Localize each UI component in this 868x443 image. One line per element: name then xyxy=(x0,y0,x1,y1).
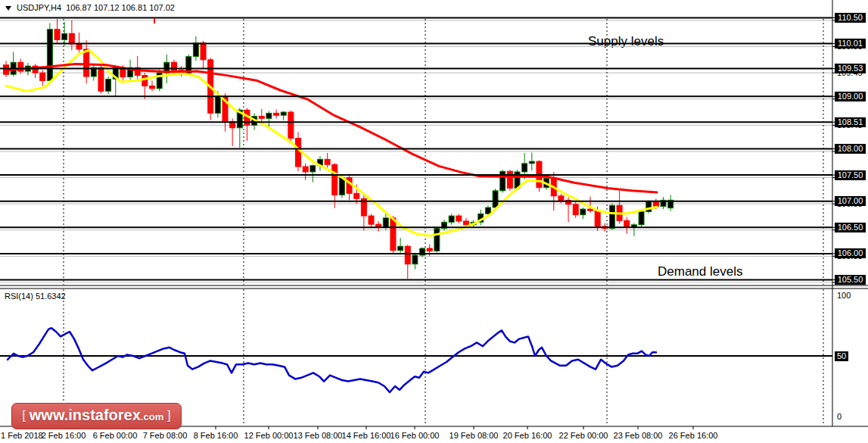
candle-body xyxy=(288,112,294,139)
time-label: 16 Feb 00:00 xyxy=(390,431,440,440)
candle-body xyxy=(463,221,468,225)
price-level-badge: 108.00 xyxy=(835,144,866,154)
candle-body xyxy=(588,209,593,211)
rsi-indicator-label: RSI(14) 51.6342 xyxy=(5,292,66,301)
candle-body xyxy=(215,96,220,113)
candle-body xyxy=(507,171,512,188)
time-label: 7 Feb 08:00 xyxy=(143,431,188,440)
price-level-badge: 109.00 xyxy=(835,92,866,101)
price-level-badge: 108.51 xyxy=(835,117,866,127)
candle-body xyxy=(354,193,359,198)
price-level-badge: 106.50 xyxy=(835,223,866,232)
candle-body xyxy=(653,201,658,207)
logo-text: www.instaforex xyxy=(30,407,141,423)
candle-body xyxy=(456,216,462,221)
candle-body xyxy=(493,191,498,207)
time-label: 2 Feb 16:00 xyxy=(42,431,86,440)
time-label: 19 Feb 08:00 xyxy=(450,431,499,440)
price-level-badge: 106.00 xyxy=(835,248,866,258)
candle-body xyxy=(201,43,206,60)
candle-body xyxy=(325,159,330,164)
candle-body xyxy=(624,220,630,227)
candle-body xyxy=(84,49,89,76)
candle-body xyxy=(142,76,148,86)
time-label: 26 Feb 16:00 xyxy=(669,431,718,440)
candle-body xyxy=(54,30,60,40)
candle-body xyxy=(296,139,301,167)
candle-body xyxy=(427,248,432,251)
candle-body xyxy=(609,205,614,228)
time-label: 14 Feb 16:00 xyxy=(342,431,391,440)
candle-body xyxy=(390,218,396,251)
candle-body xyxy=(274,113,279,115)
candle-body xyxy=(47,30,52,81)
time-label: 6 Feb 00:00 xyxy=(93,431,138,440)
logo-domain: .com xyxy=(141,411,163,423)
candle-body xyxy=(398,246,403,251)
candle-body xyxy=(522,164,527,172)
candle-body xyxy=(595,211,600,226)
candle-body xyxy=(332,164,338,195)
candle-body xyxy=(281,112,286,115)
candle-body xyxy=(266,113,272,118)
time-label: 8 Feb 16:00 xyxy=(194,431,238,440)
logo-bracket-open: [ xyxy=(22,408,29,423)
candle-body xyxy=(62,33,67,39)
candle-body xyxy=(369,216,374,224)
time-label: 20 Feb 16:00 xyxy=(503,431,552,440)
instaforex-logo: [ www.instaforex.com ] xyxy=(11,403,182,429)
candle-body xyxy=(580,209,586,215)
candle-body xyxy=(193,43,198,57)
price-level-badge: 107.50 xyxy=(835,170,866,180)
price-level-badge: 110.01 xyxy=(835,39,866,48)
candle-body xyxy=(558,196,564,201)
candle-body xyxy=(310,166,316,172)
time-label: 12 Feb 00:00 xyxy=(244,431,294,440)
symbol-dropdown-icon[interactable] xyxy=(5,6,11,11)
rsi-mid-badge: 50 xyxy=(835,351,848,361)
time-label: 23 Feb 08:00 xyxy=(614,431,663,440)
candle-body xyxy=(412,255,418,264)
candle-body xyxy=(573,204,578,215)
candle-body xyxy=(303,167,308,172)
candle-body xyxy=(485,207,490,214)
price-level-badge: 105.50 xyxy=(835,275,866,285)
rsi-scale-label: 100 xyxy=(837,292,851,300)
price-level-badge: 110.50 xyxy=(835,13,866,23)
candle-body xyxy=(76,44,82,49)
candle-body xyxy=(40,73,45,80)
candle-body xyxy=(383,218,388,227)
candle-body xyxy=(106,79,111,91)
candle-body xyxy=(259,117,264,119)
chart-canvas[interactable] xyxy=(0,0,868,443)
candle-body xyxy=(639,212,644,225)
price-level-badge: 109.53 xyxy=(835,64,866,73)
time-label: 1 Feb 2018 xyxy=(1,431,43,440)
candle-body xyxy=(529,161,534,164)
price-level-badge: 107.00 xyxy=(835,196,866,206)
candle-body xyxy=(500,171,506,191)
symbol-ohlc-title: USDJPY,H4 106.87 107.12 106.81 107.02 xyxy=(17,3,175,12)
logo-bracket-close: ] xyxy=(163,408,170,423)
time-label: 13 Feb 08:00 xyxy=(294,431,343,440)
candle-body xyxy=(449,216,454,222)
candle-body xyxy=(150,86,155,88)
rsi-scale-label: 0 xyxy=(837,413,842,421)
candle-body xyxy=(434,229,440,251)
candle-body xyxy=(98,67,104,91)
time-label: 22 Feb 00:00 xyxy=(559,431,608,440)
candle-body xyxy=(405,246,410,264)
rsi-line xyxy=(8,328,656,392)
candle-body xyxy=(69,33,74,44)
mt4-chart-window: USDJPY,H4 106.87 107.12 106.81 107.02 Su… xyxy=(0,0,868,443)
